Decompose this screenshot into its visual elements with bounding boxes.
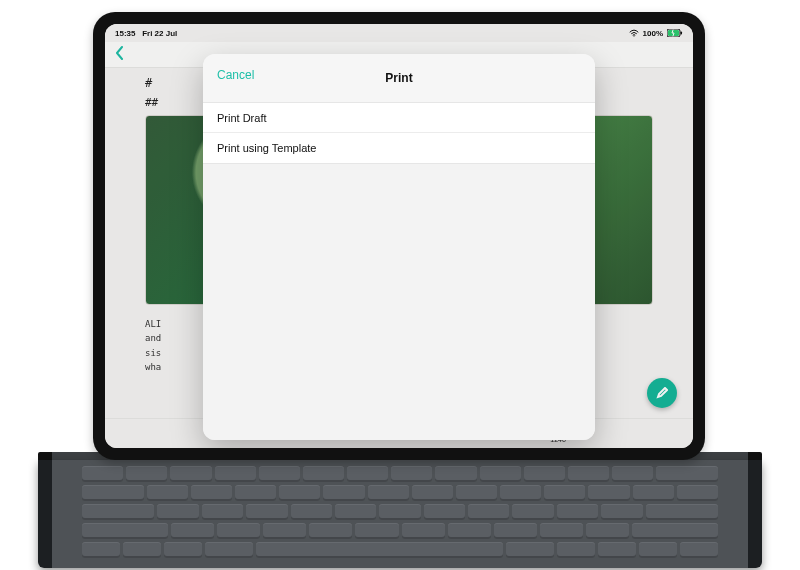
print-sheet: Cancel Print Print Draft Print using Tem…	[203, 54, 595, 440]
sheet-item-label: Print using Template	[217, 142, 316, 154]
sheet-body	[203, 164, 595, 440]
keyboard	[38, 460, 762, 568]
screen: 15:35 Fri 22 Jul 100% #	[105, 24, 693, 448]
print-draft-option[interactable]: Print Draft	[203, 103, 595, 133]
ipad-frame: 15:35 Fri 22 Jul 100% #	[93, 12, 705, 460]
sheet-header: Cancel Print	[203, 54, 595, 102]
sheet-title: Print	[385, 71, 412, 85]
print-template-option[interactable]: Print using Template	[203, 133, 595, 163]
sheet-list: Print Draft Print using Template	[203, 102, 595, 164]
sheet-item-label: Print Draft	[217, 112, 267, 124]
cancel-button[interactable]: Cancel	[217, 68, 254, 82]
